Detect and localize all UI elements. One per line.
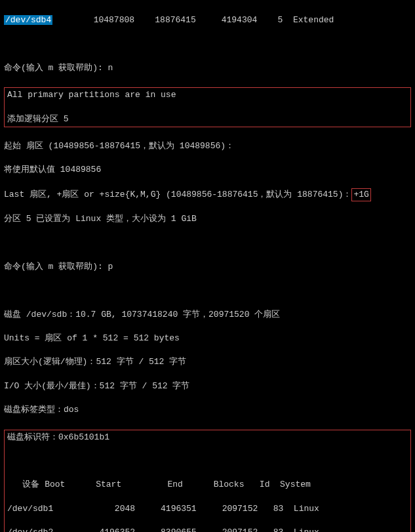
cmd-prompt: 命令(输入 m 获取帮助): n xyxy=(4,62,411,74)
header-row: /dev/sdb4 10487808 18876415 4194304 5 Ex… xyxy=(4,14,411,26)
blank xyxy=(4,237,411,249)
msg: All primary partitions are in use xyxy=(7,89,408,101)
blank xyxy=(4,285,411,297)
start-sector: 起始 扇区 (10489856-18876415，默认为 10489856)： xyxy=(4,140,411,152)
cmd-prompt: 命令(输入 m 获取帮助): p xyxy=(4,261,411,273)
user-input-box[interactable]: +1G xyxy=(351,188,370,201)
label-type: 磁盘标签类型：dos xyxy=(4,404,411,416)
terminal[interactable]: /dev/sdb4 10487808 18876415 4194304 5 Ex… xyxy=(0,0,415,532)
table-row: /dev/sdb1 2048 4196351 2097152 83 Linux xyxy=(7,503,408,515)
set-msg: 分区 5 已设置为 Linux 类型，大小设为 1 GiB xyxy=(4,213,411,225)
disk-ident: 磁盘标识符：0x6b5101b1 xyxy=(7,432,408,443)
partition-box-1: 磁盘标识符：0x6b5101b1 设备 Boot Start End Block… xyxy=(4,430,411,532)
blank xyxy=(4,39,411,51)
disk-info: 磁盘 /dev/sdb：10.7 GB, 10737418240 字节，2097… xyxy=(4,309,411,321)
dev-label: /dev/sdb4 xyxy=(4,15,52,25)
blank xyxy=(7,455,408,467)
msg: 添加逻辑分区 5 xyxy=(7,113,408,125)
section-box-1: All primary partitions are in use 添加逻辑分区… xyxy=(4,87,411,127)
default-val: 将使用默认值 10489856 xyxy=(4,164,411,176)
table-row: /dev/sdb2 4196352 8390655 2097152 83 Lin… xyxy=(7,527,408,532)
sector-size: 扇区大小(逻辑/物理)：512 字节 / 512 字节 xyxy=(4,356,411,368)
units: Units = 扇区 of 1 * 512 = 512 bytes xyxy=(4,333,411,344)
table-header: 设备 Boot Start End Blocks Id System xyxy=(7,479,408,491)
io-size: I/O 大小(最小/最佳)：512 字节 / 512 字节 xyxy=(4,380,411,392)
last-sector: Last 扇区, +扇区 or +size{K,M,G} (10489856-1… xyxy=(4,188,411,201)
